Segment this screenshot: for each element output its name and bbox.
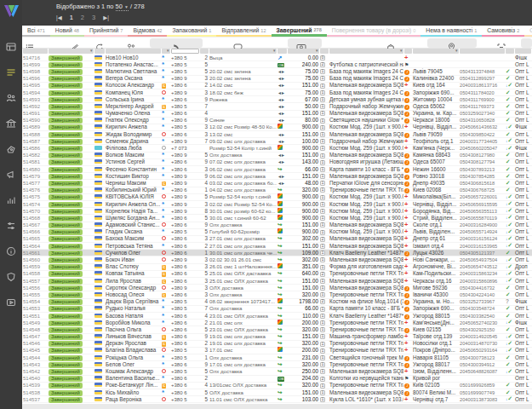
page-3-button[interactable]: 3 bbox=[92, 14, 95, 21]
items-count: 1 bbox=[320, 397, 325, 402]
order-sum: 240.00 bbox=[287, 61, 319, 68]
source-star-icon: * bbox=[162, 138, 164, 145]
last-page-button[interactable]: ▶| bbox=[103, 14, 109, 21]
flag-ua-icon bbox=[94, 187, 102, 192]
tab-6[interactable]: Відправлений12 bbox=[216, 26, 271, 37]
paid-check-icon: ✓ bbox=[506, 389, 510, 395]
payment-cod-icon: ◄► bbox=[277, 104, 284, 109]
orders-icon[interactable] bbox=[0, 60, 22, 85]
sidebar-nav bbox=[0, 34, 22, 315]
topbar: Відображено з 1 по 50 ▼ / 278 |◀ 1 2 3 ▶… bbox=[22, 0, 532, 26]
items-count-badge: 1 bbox=[319, 68, 329, 75]
page-1-button[interactable]: 1 bbox=[70, 14, 73, 21]
source-icon: * bbox=[161, 228, 170, 235]
events-count: 3 bbox=[199, 75, 209, 82]
status-badge-label: Завершений bbox=[49, 69, 83, 75]
source-icon bbox=[161, 396, 170, 403]
order-sum: 80.00 bbox=[287, 117, 319, 124]
price-type: Опт L bbox=[514, 285, 531, 291]
price-type: Опт L bbox=[514, 208, 531, 215]
tab-9[interactable]: Нема в наявності1 bbox=[420, 26, 482, 37]
filter-status[interactable]: ▾ bbox=[49, 49, 94, 54]
tab-5[interactable]: Запакований1 bbox=[167, 26, 216, 37]
product-summary: Маленькая видеокамера SQ8 *... bbox=[329, 173, 403, 180]
phone: +380 6 bbox=[170, 222, 199, 228]
tab-1[interactable]: Всі471 bbox=[22, 26, 50, 37]
items-count-badge: 1 bbox=[319, 138, 329, 145]
order-sum: 103.00 bbox=[287, 396, 319, 403]
info-icon[interactable] bbox=[0, 239, 22, 264]
phone: +380 9 bbox=[170, 180, 199, 187]
filter-comment[interactable]: ▾ bbox=[209, 49, 277, 54]
filter-src[interactable]: ▾ bbox=[162, 49, 170, 54]
bank-icon[interactable] bbox=[0, 111, 22, 136]
products-icon[interactable] bbox=[0, 136, 22, 162]
first-page-button[interactable]: |◀ bbox=[56, 14, 62, 21]
filter-ttn[interactable] bbox=[460, 49, 505, 54]
items-count-badge: 1 bbox=[319, 103, 329, 110]
status-badge: Завершений bbox=[48, 354, 94, 361]
price-type: Опт L bbox=[514, 278, 531, 285]
stats-icon[interactable] bbox=[0, 187, 22, 213]
tracking-number: 0504307893213 bbox=[459, 166, 505, 173]
page-2-button[interactable]: 2 bbox=[81, 14, 84, 21]
filter-city[interactable]: ▾ bbox=[413, 49, 459, 54]
filter-pay[interactable] bbox=[277, 49, 287, 54]
settings-icon[interactable] bbox=[0, 213, 22, 239]
filter-name[interactable] bbox=[106, 49, 161, 54]
price-type: Опт L bbox=[514, 117, 531, 124]
filter-cnt[interactable] bbox=[200, 49, 209, 54]
filter-flag[interactable] bbox=[94, 49, 105, 54]
per-page-dropdown[interactable]: 50 ▼ bbox=[116, 3, 129, 11]
filter-price[interactable]: ▾ bbox=[288, 49, 319, 54]
payment-bank-icon: ОВ bbox=[277, 63, 284, 68]
country-flag bbox=[94, 55, 105, 61]
marketing-icon[interactable] bbox=[0, 162, 22, 187]
clients-icon[interactable] bbox=[0, 85, 22, 111]
table-row[interactable]: 514537ЗавершенийРаца Вероніка+380 5511.0… bbox=[22, 396, 532, 403]
filter-product[interactable]: ▾ bbox=[329, 49, 403, 54]
paid-check-icon: ✓ bbox=[506, 354, 510, 360]
source-icon: * bbox=[161, 298, 170, 305]
tab-7[interactable]: Завершений278 bbox=[272, 26, 327, 37]
status-badge-label: Завершений bbox=[49, 264, 83, 270]
delivery-city: Мигове 59236 bbox=[412, 285, 459, 291]
flag-ua-icon bbox=[94, 55, 102, 60]
filter-dlv[interactable] bbox=[404, 49, 412, 54]
dashboard-icon[interactable] bbox=[0, 34, 22, 60]
tab-8[interactable]: Повернення товару (в дорозі)0 bbox=[327, 26, 421, 37]
source-clock-icon bbox=[162, 146, 166, 150]
tab-2[interactable]: Новий48 bbox=[50, 26, 84, 37]
video-icon[interactable] bbox=[0, 290, 22, 315]
delivery-np-icon: + bbox=[404, 201, 408, 208]
support-icon[interactable] bbox=[0, 264, 22, 290]
flag-ua-icon bbox=[94, 341, 102, 345]
events-count: 7 bbox=[199, 138, 209, 145]
delivery-np-icon: + bbox=[404, 82, 408, 89]
app-logo-icon[interactable] bbox=[0, 0, 22, 22]
flag-ua-icon bbox=[94, 174, 102, 178]
filter-phone[interactable] bbox=[171, 49, 199, 54]
items-count: 1 bbox=[320, 84, 325, 89]
price-type: Опт L bbox=[514, 256, 531, 263]
status-badge-label: Завершений bbox=[49, 362, 83, 368]
source-star-icon: * bbox=[162, 110, 164, 117]
tab-3[interactable]: Прийнятий7 bbox=[84, 26, 129, 37]
product-summary: Тренировочные петли TRX Train... bbox=[329, 361, 403, 368]
filter-tag[interactable] bbox=[515, 49, 531, 54]
tab-11[interactable]: Сервіси0 bbox=[524, 26, 532, 37]
filter-qty[interactable] bbox=[320, 49, 329, 54]
tracking-number: 0504311769373 bbox=[459, 103, 505, 110]
tab-4[interactable]: Відмова42 bbox=[128, 26, 167, 37]
payment-card-icon: ↪ bbox=[277, 166, 282, 172]
delivery-np-icon: + bbox=[404, 320, 408, 326]
events-count: 5 bbox=[199, 193, 209, 200]
tab-10[interactable]: Самовивіз2 bbox=[482, 26, 524, 37]
status-badge: Завершений bbox=[48, 193, 94, 200]
events-count: 5 bbox=[199, 68, 209, 75]
comment: 19.01 смс олх доставка bbox=[209, 333, 277, 340]
filter-id[interactable] bbox=[23, 49, 48, 54]
product-summary: Кукла LOL *1610* (1шт. x 103.00... bbox=[329, 396, 403, 403]
filter-chk[interactable] bbox=[506, 49, 514, 54]
product-summary: Светящийся гоночный трек Ма... bbox=[329, 354, 403, 361]
